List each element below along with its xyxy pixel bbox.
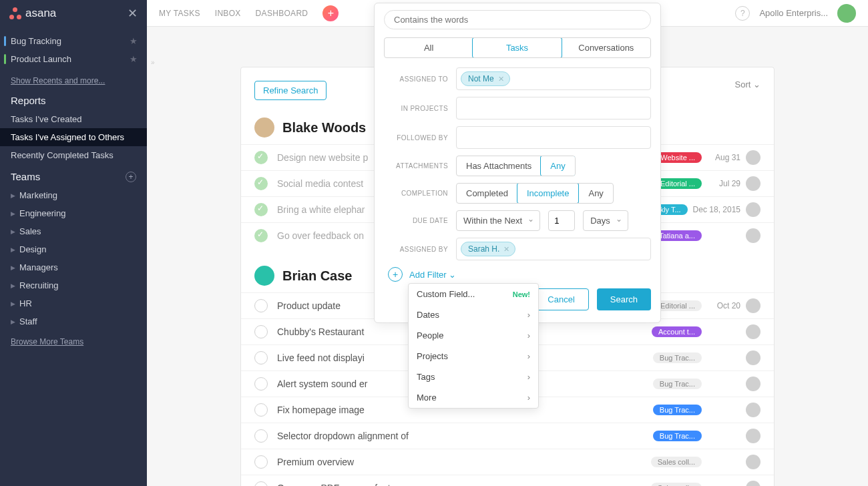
- complete-checkbox[interactable]: [254, 151, 268, 164]
- sidebar-team[interactable]: ▶Managers: [0, 258, 147, 276]
- assignee-mini-avatar[interactable]: [746, 350, 761, 365]
- complete-checkbox[interactable]: [254, 351, 268, 364]
- assignee-mini-avatar[interactable]: [746, 429, 761, 443]
- project-tag[interactable]: Sales coll...: [651, 457, 702, 467]
- assignee-mini-avatar[interactable]: [746, 403, 761, 417]
- project-tag[interactable]: Sales coll...: [651, 483, 702, 486]
- attach-has[interactable]: Has Attachments: [457, 156, 541, 176]
- complete-checkbox[interactable]: [254, 403, 268, 417]
- project-tag[interactable]: Bug Trac...: [653, 405, 702, 415]
- token-sarah[interactable]: Sarah H.✕: [461, 242, 515, 256]
- sidebar-team[interactable]: ▶Staff: [0, 312, 147, 330]
- sidebar-team[interactable]: ▶Marketing: [0, 186, 147, 204]
- help-icon[interactable]: ?: [735, 6, 750, 21]
- chevron-right-icon: ›: [527, 351, 530, 361]
- sort-dropdown[interactable]: Sort ⌄: [735, 79, 761, 89]
- nav-dashboard[interactable]: DASHBOARD: [256, 9, 308, 18]
- logo[interactable]: asana: [9, 7, 56, 20]
- task-date: Dec 18, 2015: [693, 205, 740, 214]
- assigned-by-field[interactable]: Sarah H.✕: [456, 238, 651, 260]
- sidebar-project[interactable]: Product Launch★: [0, 50, 147, 68]
- in-projects-field[interactable]: [456, 97, 651, 119]
- assignee-mini-avatar[interactable]: [746, 324, 761, 339]
- add-filter-text[interactable]: Add Filter ⌄: [409, 270, 456, 280]
- search-button[interactable]: Search: [597, 288, 651, 310]
- browse-teams-link[interactable]: Browse More Teams: [0, 334, 147, 349]
- assignee-mini-avatar[interactable]: [746, 481, 761, 486]
- assignee-mini-avatar[interactable]: [746, 150, 761, 165]
- filter-menu-item[interactable]: Tags›: [409, 367, 538, 387]
- attach-any[interactable]: Any: [540, 156, 575, 176]
- project-tag[interactable]: Bug Trac...: [653, 352, 702, 363]
- due-range-dropdown[interactable]: Within the Next: [456, 210, 540, 231]
- complete-checkbox[interactable]: [254, 325, 268, 338]
- add-filter-button[interactable]: +: [388, 267, 403, 282]
- user-avatar[interactable]: [837, 4, 856, 23]
- filter-menu-item[interactable]: People›: [409, 325, 538, 346]
- star-icon[interactable]: ★: [130, 36, 138, 46]
- sidebar-team[interactable]: ▶Recruiting: [0, 276, 147, 294]
- brand-text: asana: [25, 7, 56, 20]
- cancel-button[interactable]: Cancel: [533, 288, 588, 310]
- workspace-name[interactable]: Apollo Enterpris...: [759, 8, 828, 18]
- sidebar-team[interactable]: ▶Sales: [0, 222, 147, 240]
- complete-checkbox[interactable]: [254, 429, 268, 443]
- task-row[interactable]: Premium overviewSales coll...: [241, 449, 774, 475]
- remove-token-icon[interactable]: ✕: [498, 75, 504, 83]
- task-row[interactable]: One page PDF on new featuresSales coll..…: [241, 475, 774, 486]
- project-tag[interactable]: Bug Trac...: [653, 431, 702, 441]
- assignee-mini-avatar[interactable]: [746, 202, 761, 217]
- star-icon[interactable]: ★: [130, 54, 138, 64]
- complete-checkbox[interactable]: [254, 229, 268, 242]
- sidebar-project[interactable]: Bug Tracking★: [0, 32, 147, 50]
- assignee-mini-avatar[interactable]: [746, 377, 761, 391]
- task-row[interactable]: Selector dropdown alignment ofBug Trac..…: [241, 423, 774, 449]
- sidebar-team[interactable]: ▶HR: [0, 294, 147, 312]
- nav-my-tasks[interactable]: MY TASKS: [159, 9, 200, 18]
- refine-search-button[interactable]: Refine Search: [254, 81, 327, 100]
- completion-completed[interactable]: Completed: [457, 184, 517, 203]
- complete-checkbox[interactable]: [254, 299, 268, 312]
- close-sidebar-icon[interactable]: ✕: [128, 6, 138, 21]
- assignee-mini-avatar[interactable]: [746, 298, 761, 313]
- show-recents-link[interactable]: Show Recents and more...: [0, 73, 147, 88]
- seg-all[interactable]: All: [385, 38, 473, 57]
- complete-checkbox[interactable]: [254, 203, 268, 216]
- complete-checkbox[interactable]: [254, 177, 268, 190]
- complete-checkbox[interactable]: [254, 455, 268, 469]
- collapse-chevron-icon[interactable]: »: [151, 59, 155, 66]
- nav-inbox[interactable]: INBOX: [215, 9, 241, 18]
- followed-by-field[interactable]: [456, 126, 651, 149]
- project-tag[interactable]: Bug Trac...: [653, 379, 702, 389]
- assignee-mini-avatar[interactable]: [746, 455, 761, 469]
- global-add-button[interactable]: +: [322, 5, 339, 21]
- filter-menu-item[interactable]: Projects›: [409, 346, 538, 367]
- assigned-to-field[interactable]: Not Me✕: [456, 67, 651, 90]
- complete-checkbox[interactable]: [254, 377, 268, 391]
- sidebar-report[interactable]: Tasks I've Assigned to Others: [0, 128, 147, 146]
- assignee-avatar[interactable]: [254, 266, 274, 286]
- sidebar-report[interactable]: Tasks I've Created: [0, 110, 147, 128]
- seg-conversations[interactable]: Conversations: [562, 38, 650, 57]
- assignee-mini-avatar[interactable]: [746, 176, 761, 191]
- completion-incomplete[interactable]: Incomplete: [517, 183, 580, 204]
- complete-checkbox[interactable]: [254, 481, 268, 486]
- sidebar-team[interactable]: ▶Engineering: [0, 204, 147, 222]
- filter-menu-item[interactable]: Custom Field...New!: [409, 284, 538, 304]
- filter-menu-item[interactable]: Dates›: [409, 304, 538, 325]
- token-not-me[interactable]: Not Me✕: [461, 71, 510, 86]
- search-input[interactable]: [384, 10, 651, 29]
- due-unit-dropdown[interactable]: Days: [583, 210, 628, 231]
- completion-any[interactable]: Any: [578, 184, 612, 203]
- assignee-mini-avatar[interactable]: [746, 228, 761, 243]
- filter-menu-item[interactable]: More›: [409, 387, 538, 408]
- add-team-icon[interactable]: +: [126, 172, 136, 182]
- sidebar-team[interactable]: ▶Design: [0, 240, 147, 258]
- seg-tasks[interactable]: Tasks: [472, 37, 562, 58]
- assignee-avatar[interactable]: [254, 117, 274, 138]
- chevron-right-icon: ›: [527, 372, 530, 382]
- remove-token-icon[interactable]: ✕: [503, 245, 509, 254]
- project-tag[interactable]: Account t...: [652, 326, 702, 337]
- due-value-input[interactable]: [548, 210, 575, 231]
- sidebar-report[interactable]: Recently Completed Tasks: [0, 146, 147, 164]
